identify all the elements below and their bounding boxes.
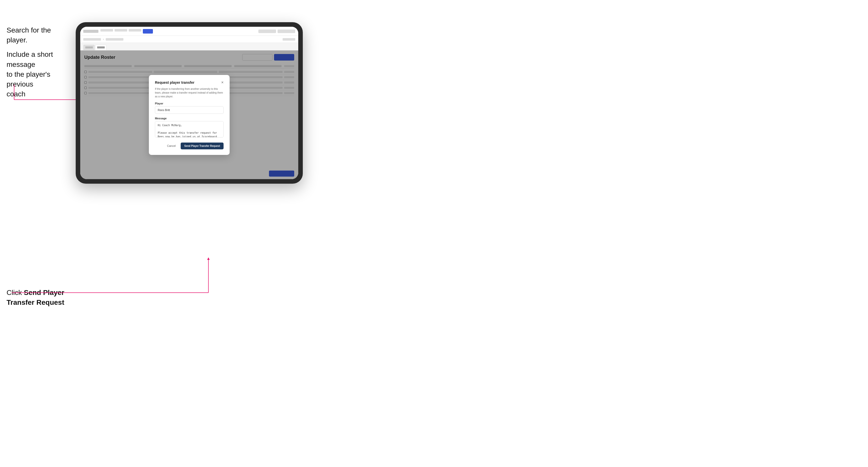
breadcrumb-2 [106, 38, 123, 41]
modal-overlay: Request player transfer × If the player … [80, 51, 298, 179]
modal-description: If the player is transferring from anoth… [155, 87, 223, 98]
annotation-message-text-2: to the player's previous [6, 69, 72, 89]
message-label: Message [155, 117, 223, 120]
tab-bar [80, 43, 298, 51]
annotation-message-text-1: Include a short message [6, 50, 72, 69]
tablet-screen: › Update Roster [80, 27, 298, 179]
top-annotation: Search for the player. Include a short m… [6, 25, 72, 99]
bottom-annotation: Click Send Player Transfer Request [6, 288, 77, 307]
breadcrumb-bar: › [80, 36, 298, 43]
send-transfer-button[interactable]: Send Player Transfer Request [181, 143, 223, 149]
header-btn-1 [258, 30, 276, 33]
svg-marker-5 [207, 257, 210, 260]
tab-1-label [85, 46, 93, 49]
nav-item-2 [115, 29, 127, 32]
header-right [258, 30, 295, 33]
annotation-search-text: Search for the player. [6, 25, 72, 45]
modal-close-button[interactable]: × [221, 81, 223, 85]
modal-footer: Cancel Send Player Transfer Request [155, 143, 223, 149]
modal-title: Request player transfer [155, 81, 194, 85]
nav-item-active [143, 29, 153, 34]
annotation-click-prefix: Click [6, 289, 24, 297]
message-textarea[interactable]: Hi Coach McHarg, Please accept this tran… [155, 121, 223, 137]
tab-1 [83, 45, 95, 50]
tab-2-label [97, 46, 105, 49]
nav-item-1 [100, 29, 113, 32]
tab-2-active [95, 45, 106, 50]
app-nav [100, 29, 256, 34]
tablet-device: › Update Roster [76, 22, 303, 184]
breadcrumb-sep: › [103, 38, 104, 41]
player-input[interactable] [155, 106, 223, 114]
cancel-button[interactable]: Cancel [164, 143, 178, 149]
main-content: Update Roster [80, 51, 298, 179]
annotation-click-text: Click Send Player Transfer Request [6, 288, 77, 307]
breadcrumb-action [283, 38, 295, 41]
player-label: Player [155, 102, 223, 105]
modal-header: Request player transfer × [155, 81, 223, 85]
nav-item-3 [129, 29, 141, 32]
annotation-message-text-3: coach [6, 89, 72, 99]
app-logo [83, 30, 98, 33]
header-btn-2 [278, 30, 295, 33]
breadcrumb-1 [83, 38, 101, 41]
app-header [80, 27, 298, 36]
request-transfer-modal: Request player transfer × If the player … [149, 75, 229, 155]
